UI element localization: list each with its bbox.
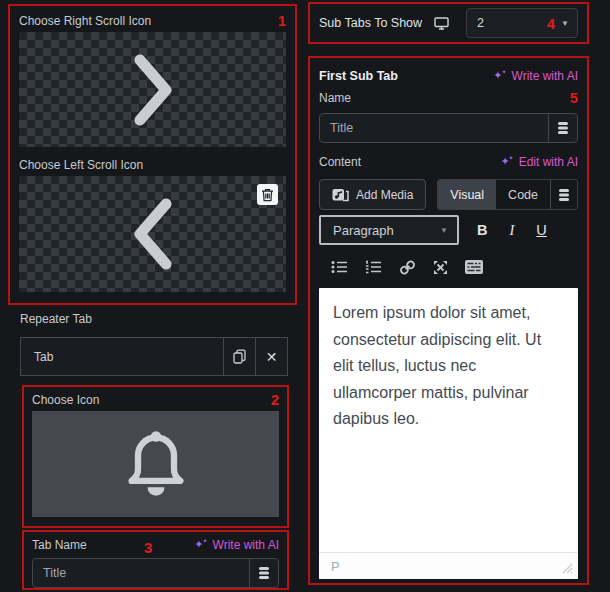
bold-button[interactable]: B	[477, 222, 487, 238]
write-with-ai-button-2[interactable]: ✦✦ Write with AI	[493, 69, 578, 83]
editor-element-path: P	[331, 559, 340, 574]
italic-button[interactable]: I	[509, 222, 514, 239]
ai-sparkle-icon: ✦✦	[493, 69, 507, 82]
first-sub-tab-title: First Sub Tab	[319, 69, 398, 83]
repeater-item-tab[interactable]: Tab ✕	[20, 337, 288, 376]
dynamic-tags-button[interactable]	[550, 180, 577, 209]
editor-status-bar: P	[319, 552, 578, 579]
annotation-box-4: Sub Tabs To Show 2 4 ▼	[308, 2, 589, 44]
remove-left-scroll-icon-button[interactable]	[257, 184, 278, 205]
choose-icon-label: Choose Icon	[32, 393, 99, 407]
annotation-box-2: Choose Icon 2	[22, 385, 289, 528]
dynamic-tags-icon	[557, 121, 569, 135]
widget-settings-panel: Choose Right Scroll Icon 1 Choose Left S…	[0, 0, 610, 592]
numbered-list-icon	[365, 260, 382, 274]
annotation-box-3: Tab Name 3 ✦✦ Write with AI	[22, 530, 289, 590]
dynamic-tags-button[interactable]	[249, 559, 278, 587]
annotation-box-5: First Sub Tab ✦✦ Write with AI Name 5 Co…	[308, 56, 589, 585]
resize-grip-icon[interactable]	[561, 562, 573, 574]
write-with-ai-button[interactable]: ✦✦ Write with AI	[194, 538, 279, 552]
edit-with-ai-button[interactable]: ✦✦ Edit with AI	[500, 155, 578, 169]
chevron-left-icon	[132, 197, 174, 271]
choose-left-scroll-icon-label: Choose Left Scroll Icon	[19, 158, 143, 172]
visual-editor-area[interactable]: Lorem ipsum dolor sit amet, consectetur …	[319, 288, 578, 579]
chevron-down-icon: ▼	[561, 19, 569, 28]
choose-right-scroll-icon-label: Choose Right Scroll Icon	[19, 14, 151, 28]
annotation-number-3: 3	[144, 540, 152, 555]
annotation-number-5: 5	[570, 90, 578, 105]
numbered-list-button[interactable]	[365, 260, 382, 274]
annotation-number-2: 2	[271, 392, 279, 407]
sub-tab-name-input[interactable]	[320, 114, 548, 142]
expand-icon	[433, 260, 448, 275]
expand-button[interactable]	[433, 260, 448, 275]
trash-icon	[261, 188, 274, 202]
chevron-down-icon: ▼	[440, 226, 448, 235]
desktop-icon	[434, 17, 449, 30]
name-label: Name	[319, 91, 351, 105]
copy-icon	[233, 349, 246, 364]
toolbar-toggle-button[interactable]	[465, 260, 483, 274]
tab-name-input[interactable]	[33, 559, 249, 587]
annotation-number-4: 4	[547, 16, 555, 31]
add-media-button[interactable]: Add Media	[319, 179, 426, 210]
repeater-item-title[interactable]: Tab	[21, 338, 223, 375]
bullet-list-icon	[331, 260, 348, 274]
left-scroll-icon-picker[interactable]	[19, 176, 286, 292]
bell-icon	[122, 428, 190, 500]
repeater-tab-label: Repeater Tab	[20, 312, 92, 326]
responsive-device-button[interactable]	[434, 17, 449, 30]
sub-tabs-to-show-label: Sub Tabs To Show	[319, 16, 422, 30]
annotation-number-1: 1	[278, 13, 286, 28]
close-icon: ✕	[266, 349, 278, 365]
remove-item-button[interactable]: ✕	[255, 338, 287, 375]
ai-sparkle-icon: ✦✦	[194, 538, 208, 551]
tab-visual[interactable]: Visual	[438, 180, 496, 209]
editor-body-text[interactable]: Lorem ipsum dolor sit amet, consectetur …	[319, 288, 578, 445]
tab-name-label: Tab Name	[32, 538, 87, 552]
tab-icon-picker[interactable]	[32, 411, 279, 517]
content-label: Content	[319, 155, 361, 169]
bullet-list-button[interactable]	[331, 260, 348, 274]
add-media-icon	[332, 187, 349, 203]
duplicate-item-button[interactable]	[223, 338, 255, 375]
tab-code[interactable]: Code	[496, 180, 550, 209]
annotation-box-1: Choose Right Scroll Icon 1 Choose Left S…	[8, 4, 297, 305]
dynamic-tags-icon	[558, 188, 570, 202]
right-scroll-icon-picker[interactable]	[19, 32, 286, 147]
chevron-right-icon	[132, 53, 174, 127]
link-button[interactable]	[399, 260, 416, 275]
underline-button[interactable]: U	[536, 222, 546, 238]
dynamic-tags-icon	[258, 566, 270, 580]
sub-tabs-count-select[interactable]: 2 4 ▼	[466, 8, 578, 38]
dynamic-tags-button[interactable]	[548, 114, 577, 142]
ai-sparkle-icon: ✦✦	[500, 155, 514, 168]
paragraph-format-select[interactable]: Paragraph ▼	[319, 215, 459, 245]
toolbar-toggle-icon	[465, 260, 483, 274]
link-icon	[399, 260, 416, 275]
